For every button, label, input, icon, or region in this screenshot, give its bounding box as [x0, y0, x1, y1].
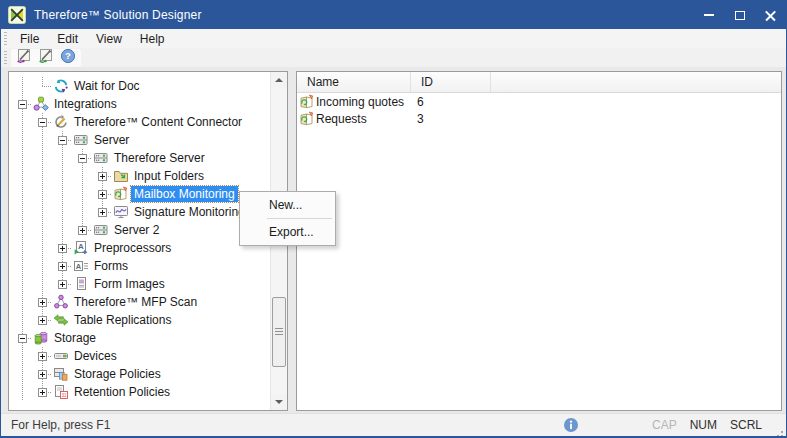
tree-item-label: Devices [71, 348, 120, 364]
tree-item-label: Signature Monitoring [131, 204, 248, 220]
close-button[interactable] [755, 1, 786, 29]
tree-guide [13, 311, 33, 329]
tree-item-mailbox-monitoring[interactable]: Mailbox Monitoring [9, 185, 270, 203]
list-item-name: Incoming quotes [316, 95, 411, 109]
maximize-button[interactable] [724, 1, 755, 29]
info-icon[interactable] [563, 417, 579, 433]
tree-item-signature-monitoring[interactable]: Signature Monitoring [9, 203, 270, 221]
svg-text:31: 31 [61, 393, 67, 398]
tree-item-storage-policies[interactable]: Storage Policies [9, 365, 270, 383]
tree-guide [33, 185, 53, 203]
menu-item-view[interactable]: View [87, 30, 131, 48]
tree-item-therefore-server[interactable]: Therefore Server [9, 149, 270, 167]
tree-item-label: Wait for Doc [71, 78, 143, 94]
expander-minus-icon[interactable] [58, 136, 67, 145]
export-solution-button[interactable] [35, 49, 57, 67]
tree-guide [53, 167, 73, 185]
expander-plus-icon[interactable] [98, 172, 107, 181]
tree-connector [33, 383, 53, 401]
toolbar-buttons: ? [11, 49, 81, 67]
minimize-button[interactable] [693, 1, 724, 29]
toolbar-grip[interactable] [4, 51, 7, 64]
mfp-scan-icon [53, 294, 70, 310]
tree-item-form-images[interactable]: Form Images [9, 275, 270, 293]
window-controls [693, 1, 786, 29]
content-connector-icon [53, 114, 70, 130]
tree-item-wait-for-doc[interactable]: Wait for Doc [9, 77, 270, 95]
tree-connector [93, 167, 113, 185]
menubar-grip[interactable] [4, 32, 7, 45]
context-menu-item-export[interactable]: Export... [240, 221, 335, 243]
tree-connector [33, 293, 53, 311]
tree-item-storage[interactable]: Storage [9, 329, 270, 347]
expander-plus-icon[interactable] [78, 226, 87, 235]
svg-text:A: A [78, 242, 84, 251]
tree-item-devices[interactable]: Devices [9, 347, 270, 365]
expander-plus-icon[interactable] [98, 208, 107, 217]
expander-minus-icon[interactable] [78, 154, 87, 163]
tree-item-label: Table Replications [71, 312, 174, 328]
expander-plus-icon[interactable] [58, 262, 67, 271]
context-menu-item-new[interactable]: New... [240, 194, 335, 216]
expander-minus-icon[interactable] [18, 100, 27, 109]
tree-guide [53, 185, 73, 203]
tree-item-server-2[interactable]: Server 2 [9, 221, 270, 239]
tree-item-integrations[interactable]: Integrations [9, 95, 270, 113]
expander-plus-icon[interactable] [58, 280, 67, 289]
expander-plus-icon[interactable] [38, 388, 47, 397]
scroll-down-button[interactable] [271, 394, 287, 410]
expander-minus-icon[interactable] [18, 334, 27, 343]
tree-guide [13, 113, 33, 131]
menu-item-file[interactable]: File [11, 30, 48, 48]
tree-item-table-replications[interactable]: Table Replications [9, 311, 270, 329]
tree-item-retention-policies[interactable]: 31Retention Policies [9, 383, 270, 401]
column-header-name[interactable]: Name [297, 72, 411, 92]
menu-item-help[interactable]: Help [131, 30, 174, 48]
arrow-up-icon [275, 78, 283, 82]
tree-guide [13, 257, 33, 275]
tree-connector [13, 95, 33, 113]
status-bar: For Help, press F1 CAPNUMSCRL [1, 413, 786, 436]
tree-item-input-folders[interactable]: Input Folders [9, 167, 270, 185]
tree-guide [13, 221, 33, 239]
signature-icon [113, 204, 130, 220]
tree-guide [13, 239, 33, 257]
tree-guide [13, 347, 33, 365]
tree-item-forms[interactable]: AForms [9, 257, 270, 275]
expander-plus-icon[interactable] [98, 190, 107, 199]
form-images-icon [73, 276, 90, 292]
maximize-icon [735, 11, 745, 20]
tree-item-server[interactable]: Server [9, 131, 270, 149]
expander-plus-icon[interactable] [58, 244, 67, 253]
tree-item-label: Server 2 [111, 222, 162, 238]
server-icon [93, 150, 110, 166]
column-header-id[interactable]: ID [411, 72, 491, 92]
tree-guide [73, 167, 93, 185]
tree-item-label: Retention Policies [71, 384, 173, 400]
scroll-up-button[interactable] [271, 72, 287, 88]
expander-plus-icon[interactable] [38, 316, 47, 325]
menu-item-edit[interactable]: Edit [48, 30, 87, 48]
tree-guide [13, 77, 33, 95]
tree-guide [33, 203, 53, 221]
import-solution-button[interactable] [13, 49, 35, 67]
expander-plus-icon[interactable] [38, 370, 47, 379]
tree-guide [53, 221, 73, 239]
integrations-icon [33, 96, 50, 112]
list-item-incoming-quotes[interactable]: Incoming quotes6 [297, 93, 781, 110]
thumb-grip-icon [275, 328, 283, 336]
expander-plus-icon[interactable] [38, 298, 47, 307]
wait-icon [53, 78, 70, 94]
expander-plus-icon[interactable] [38, 352, 47, 361]
help-button[interactable]: ? [57, 49, 79, 67]
tree-item-therefore-mfp-scan[interactable]: Therefore™ MFP Scan [9, 293, 270, 311]
arrow-down-icon [275, 400, 283, 404]
tree-connector [33, 311, 53, 329]
tree-connector [53, 131, 73, 149]
scrollbar-thumb[interactable] [272, 297, 286, 367]
list-item-requests[interactable]: Requests3 [297, 110, 781, 127]
tree-item-preprocessors[interactable]: APreprocessors [9, 239, 270, 257]
tree-item-therefore-content-connector[interactable]: Therefore™ Content Connector [9, 113, 270, 131]
expander-minus-icon[interactable] [38, 118, 47, 127]
resize-grip[interactable] [781, 431, 783, 433]
